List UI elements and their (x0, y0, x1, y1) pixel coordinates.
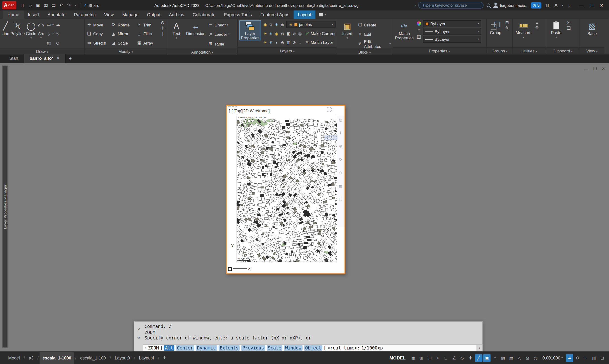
layer-lock-fade-icon[interactable]: ▣ (285, 31, 291, 36)
layer-previous-icon[interactable]: ◌ (297, 40, 303, 45)
layer-walk-icon[interactable]: ▥ (285, 40, 291, 45)
graphics-performance-icon[interactable]: ▥ (590, 354, 598, 362)
lineweight-dropdown[interactable]: ByLayer ▾ (423, 36, 481, 43)
insert-block-button[interactable]: ▣ Insert ▾ (338, 20, 356, 40)
layer-select-dropdown[interactable]: ☀ janelas ▾ (286, 21, 336, 28)
ungroup-button[interactable]: ⊟ (504, 20, 510, 25)
group-button[interactable]: Group (488, 20, 503, 35)
recent-commands-icon[interactable]: ▾ (145, 346, 146, 350)
panel-view-footer[interactable]: View ▾ (580, 47, 604, 54)
open-file-icon[interactable]: ▱ (26, 2, 34, 9)
workspace-settings-icon[interactable]: ⚙ (574, 354, 581, 362)
ribbon-tab-insert[interactable]: Insert (24, 11, 43, 19)
customize-wrench-icon[interactable]: ⚒ (138, 335, 140, 340)
rectangle-icon[interactable]: ▭ (46, 22, 52, 27)
ribbon-tab-home[interactable]: Home (3, 11, 24, 19)
file-tab-start[interactable]: Start (4, 54, 24, 63)
new-drawing-tab-button[interactable]: + (65, 54, 75, 63)
qat-customize-icon[interactable]: ▾ (74, 4, 78, 7)
orbit-icon[interactable]: ⟳ (339, 157, 342, 161)
transparency-icon[interactable]: ▨ (499, 354, 507, 362)
scale-button[interactable]: ◢Scale (111, 38, 137, 47)
text-button[interactable]: A Text ▾ (168, 20, 184, 40)
layer-properties-button[interactable]: Layer Properties (239, 20, 261, 40)
toolbar-overflow-icon[interactable]: » (565, 2, 573, 9)
layer-freeze2-icon[interactable]: ◐ (274, 40, 279, 45)
close-tab-icon[interactable]: ✕ (57, 54, 60, 63)
command-scroll-up-icon[interactable]: ▴ (477, 345, 482, 351)
layer-properties-manager-palette[interactable]: Layer Properties Manager (2, 65, 8, 347)
search-icon[interactable] (487, 4, 490, 7)
panel-utilities-footer[interactable]: Utilities ▾ (513, 47, 546, 54)
doc-close-icon[interactable]: ✕ (602, 66, 605, 71)
autocad-logo[interactable]: A CAD (2, 1, 16, 9)
ribbon-tab-parametric[interactable]: Parametric (70, 11, 100, 19)
group-edit-button[interactable]: ✎ (504, 26, 510, 31)
paste-button[interactable]: Paste ▾ (547, 20, 565, 39)
pan-icon[interactable]: ✛ (339, 131, 342, 135)
linear-dimension-button[interactable]: ⊢Linear▾ (207, 20, 229, 29)
search-expand-icon[interactable]: › (414, 4, 417, 6)
workspace-dropdown[interactable]: ▾ (315, 11, 329, 19)
ribbon-tab-view[interactable]: View (100, 11, 118, 19)
panel-block-footer[interactable]: Block ▾ (337, 48, 392, 55)
measure-button[interactable]: Measure ▾ (514, 20, 533, 39)
color-wheel-icon[interactable] (417, 21, 421, 26)
maximize-button[interactable]: ☐ (586, 0, 596, 10)
file-tab-bairro-alto[interactable]: bairro_alto* ✕ (24, 54, 65, 63)
command-option-all[interactable]: All (164, 345, 174, 351)
panel-draw-footer[interactable]: Draw ▾ (0, 48, 84, 54)
new-file-icon[interactable]: ▯ (19, 2, 26, 9)
edit-attributes-button[interactable]: ✐Edit Attributes▾ (357, 39, 391, 48)
autodesk-app-icon[interactable]: A (552, 2, 560, 9)
search-input[interactable] (418, 2, 484, 9)
undo-icon[interactable]: ↶ (58, 2, 65, 9)
line-button[interactable]: ╱ Line (2, 20, 9, 36)
nav-wheel-icon[interactable]: ◎ (339, 118, 342, 122)
layer-merge-icon[interactable]: ◎ (297, 31, 303, 36)
command-option-window[interactable]: Window (284, 345, 303, 351)
ribbon-tab-featured-apps[interactable]: Featured Apps (256, 11, 294, 19)
layout-tab-escala-1-100[interactable]: escala_1-100 (78, 351, 109, 364)
panel-properties-footer[interactable]: Properties ▾ (392, 47, 486, 54)
layer-unlock-icon[interactable]: ⊕ (291, 31, 297, 36)
app-dropdown-icon[interactable]: ▾ (561, 4, 564, 7)
viewport-plus-control[interactable]: [+] (229, 108, 233, 113)
command-close-icon[interactable]: ✕ (138, 327, 140, 332)
ribbon-tab-annotate[interactable]: Annotate (43, 11, 70, 19)
doc-minimize-icon[interactable]: — (584, 66, 588, 71)
ribbon-tab-express-tools[interactable]: Express Tools (220, 11, 256, 19)
panel-annotation-footer[interactable]: Annotation ▾ (167, 48, 237, 55)
properties-grid-ic[interactable]: ▤ (416, 34, 422, 39)
dynamic-input-icon[interactable]: ⌖ (434, 354, 441, 362)
linetype-dropdown[interactable]: ByLayer ▾ (423, 28, 481, 35)
command-option-scale[interactable]: Scale (267, 345, 282, 351)
command-input-line[interactable]: ▾ ZOOM [AllCenterDynamicExtentsPreviousS… (143, 344, 482, 351)
osnap-settings-icon[interactable]: ▣ (483, 354, 490, 362)
revision-cloud-icon[interactable]: ☁ (55, 22, 61, 27)
viewcube-icon[interactable]: ◇ (339, 170, 342, 175)
ui-lock-icon[interactable]: ⊠ (524, 354, 531, 362)
grid-display-icon[interactable]: ▦ (410, 354, 417, 362)
create-block-button[interactable]: ▢Create (357, 20, 391, 29)
layout-tab-model[interactable]: Model (5, 351, 23, 364)
selection-cycling-icon[interactable]: ▤ (507, 354, 515, 362)
new-layout-button[interactable]: + (160, 355, 169, 361)
rotate-button[interactable]: ⟳Rotate (111, 20, 137, 29)
zoom-icon[interactable]: ⊕ (339, 144, 342, 148)
cut-button[interactable]: ✂ (566, 20, 571, 25)
match-properties-button[interactable]: ✑ Match Properties (394, 20, 415, 40)
ribbon-tab-output[interactable]: Output (143, 11, 165, 19)
offset-button[interactable]: ∥ (160, 31, 165, 36)
crosshair-icon[interactable]: + (582, 354, 590, 362)
command-window[interactable]: ✕ ⚒ Command: Z ZOOM Specify corner of wi… (134, 321, 483, 351)
viewport-scale-button[interactable]: 0.001000 ▾ (543, 356, 563, 360)
explode-button[interactable]: ✳ (160, 26, 165, 31)
ribbon-tab-collaborate[interactable]: Collaborate (188, 11, 220, 19)
object-snap-icon[interactable]: ╱ (475, 354, 482, 362)
layer-thaw-all-icon[interactable]: ◉ (274, 31, 279, 36)
layout-tab-a3[interactable]: a3 (26, 351, 36, 364)
table-button[interactable]: ⊞Table (207, 39, 229, 48)
infer-constraints-icon[interactable]: ▢ (426, 354, 433, 362)
layout-tab-layout4[interactable]: Layout4 (136, 351, 157, 364)
